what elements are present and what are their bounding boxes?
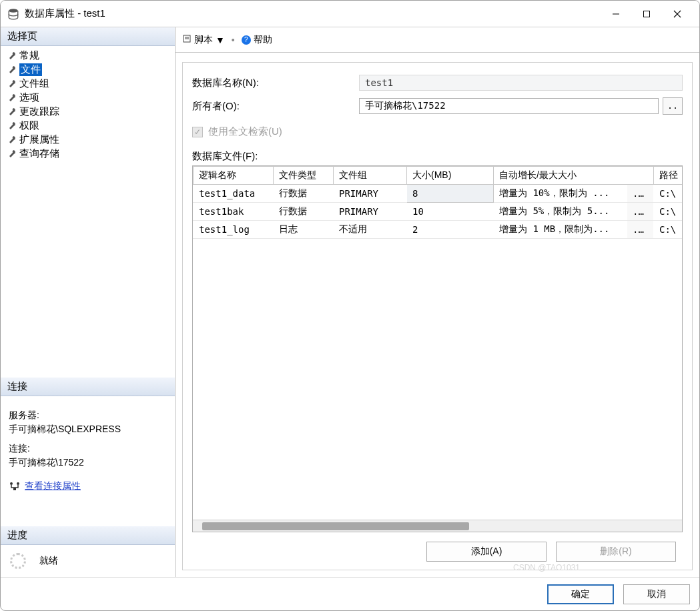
cell-autogrowth[interactable]: 增量为 1 MB，限制为... — [494, 221, 627, 239]
toolbar: 脚本 ▼ • ? 帮助 — [176, 27, 699, 53]
nav-item-filegroups[interactable]: 文件组 — [5, 77, 171, 91]
nav-label: 常规 — [19, 49, 39, 62]
database-icon — [7, 8, 19, 20]
nav-label: 文件 — [19, 63, 42, 76]
cell-filegroup[interactable]: PRIMARY — [334, 185, 407, 203]
form-area: 数据库名称(N): test1 所有者(O): .. ✓ 使用全文检索(U) 数… — [182, 62, 693, 570]
table-row[interactable]: test1bak 行数据 PRIMARY 10 增量为 5%，限制为 5... … — [194, 203, 683, 221]
col-size[interactable]: 大小(MB) — [407, 167, 494, 185]
nav-label: 选项 — [19, 91, 39, 104]
scrollbar-thumb[interactable] — [202, 522, 469, 530]
fulltext-label: 使用全文检索(U) — [208, 125, 282, 138]
watermark: CSDN @TAO1031 — [513, 563, 580, 572]
col-filegroup[interactable]: 文件组 — [334, 167, 407, 185]
help-icon: ? — [242, 35, 251, 45]
autogrowth-edit-button[interactable]: ... — [627, 185, 654, 203]
col-autogrowth[interactable]: 自动增长/最大大小 — [494, 167, 654, 185]
cell-file-type[interactable]: 日志 — [274, 221, 334, 239]
connection-body: 服务器: 手可摘棉花\SQLEXPRESS 连接: 手可摘棉花\17522 查看… — [1, 396, 175, 500]
cell-size[interactable]: 2 — [407, 221, 494, 239]
col-file-type[interactable]: 文件类型 — [274, 167, 334, 185]
cell-path[interactable]: C:\ — [654, 185, 682, 203]
conn-label: 连接: — [9, 442, 167, 456]
wrench-icon — [7, 65, 17, 75]
cell-filegroup[interactable]: 不适用 — [334, 221, 407, 239]
add-button[interactable]: 添加(A) — [426, 542, 547, 562]
cell-file-type[interactable]: 行数据 — [274, 185, 334, 203]
table-row[interactable]: test1_log 日志 不适用 2 增量为 1 MB，限制为... ... C… — [194, 221, 683, 239]
minimize-button[interactable] — [601, 3, 631, 25]
nav-label: 文件组 — [19, 77, 49, 90]
fulltext-row: ✓ 使用全文检索(U) — [192, 125, 683, 138]
db-name-value: test1 — [359, 75, 683, 91]
window-title: 数据库属性 - test1 — [25, 7, 601, 20]
server-label: 服务器: — [9, 408, 167, 422]
progress-body: 就绪 — [1, 545, 175, 577]
nav-item-changetracking[interactable]: 更改跟踪 — [5, 105, 171, 119]
maximize-button[interactable] — [631, 3, 662, 25]
nav-label: 扩展属性 — [19, 133, 59, 146]
ok-button[interactable]: 确定 — [547, 584, 614, 604]
cell-path[interactable]: C:\ — [654, 203, 682, 221]
sidebar-gap — [1, 500, 175, 526]
db-name-label: 数据库名称(N): — [192, 77, 359, 89]
grid-scroll[interactable]: 逻辑名称 文件类型 文件组 大小(MB) 自动增长/最大大小 路径 — [193, 166, 682, 520]
sidebar: 选择页 常规 文件 文件组 选项 — [1, 27, 176, 577]
wrench-icon — [7, 93, 17, 103]
main-area: 选择页 常规 文件 文件组 选项 — [1, 27, 699, 577]
view-connection-link[interactable]: 查看连接属性 — [25, 479, 81, 493]
help-button[interactable]: ? 帮助 — [242, 34, 272, 46]
svg-rect-7 — [13, 488, 16, 490]
cell-size[interactable]: 10 — [407, 203, 494, 221]
autogrowth-edit-button[interactable]: ... — [627, 221, 654, 239]
nav-item-files[interactable]: 文件 — [5, 63, 171, 77]
wrench-icon — [7, 107, 17, 117]
sidebar-spacer — [1, 163, 175, 378]
col-path[interactable]: 路径 — [654, 167, 682, 185]
cell-logical-name[interactable]: test1_data — [194, 185, 274, 203]
owner-label: 所有者(O): — [192, 100, 359, 113]
wrench-icon — [7, 149, 17, 159]
nav-item-general[interactable]: 常规 — [5, 49, 171, 63]
cell-autogrowth[interactable]: 增量为 10%，限制为 ... — [494, 185, 627, 203]
nav-item-options[interactable]: 选项 — [5, 91, 171, 105]
cell-autogrowth[interactable]: 增量为 5%，限制为 5... — [494, 203, 627, 221]
svg-rect-2 — [644, 11, 650, 17]
owner-browse-button[interactable]: .. — [663, 97, 683, 115]
files-grid: 逻辑名称 文件类型 文件组 大小(MB) 自动增长/最大大小 路径 — [192, 165, 683, 532]
cell-logical-name[interactable]: test1bak — [194, 203, 274, 221]
toolbar-separator: • — [232, 35, 235, 45]
cell-size[interactable]: 8 — [407, 185, 494, 203]
content: 脚本 ▼ • ? 帮助 数据库名称(N): test1 所有者(O): .. — [176, 27, 699, 577]
owner-input[interactable] — [359, 98, 659, 114]
script-dropdown[interactable]: 脚本 ▼ — [182, 34, 225, 46]
close-button[interactable] — [662, 3, 693, 25]
col-logical-name[interactable]: 逻辑名称 — [194, 167, 274, 185]
connection-header: 连接 — [1, 378, 175, 396]
cell-filegroup[interactable]: PRIMARY — [334, 203, 407, 221]
script-icon — [182, 34, 192, 45]
nav-item-permissions[interactable]: 权限 — [5, 119, 171, 133]
help-label: 帮助 — [254, 34, 272, 46]
nav-label: 更改跟踪 — [19, 105, 59, 118]
network-icon — [9, 482, 21, 491]
owner-row: 所有者(O): .. — [192, 97, 683, 115]
nav-item-querystore[interactable]: 查询存储 — [5, 147, 171, 161]
script-label: 脚本 — [194, 34, 213, 46]
autogrowth-edit-button[interactable]: ... — [627, 203, 654, 221]
titlebar: 数据库属性 - test1 — [1, 1, 699, 27]
nav-item-extended[interactable]: 扩展属性 — [5, 133, 171, 147]
cell-file-type[interactable]: 行数据 — [274, 203, 334, 221]
nav-label: 查询存储 — [19, 147, 59, 160]
cell-path[interactable]: C:\ — [654, 221, 682, 239]
grid-header-row: 逻辑名称 文件类型 文件组 大小(MB) 自动增长/最大大小 路径 — [194, 167, 683, 185]
nav-label: 权限 — [19, 119, 39, 132]
cancel-button[interactable]: 取消 — [623, 584, 690, 604]
horizontal-scrollbar[interactable] — [193, 520, 682, 532]
cell-logical-name[interactable]: test1_log — [194, 221, 274, 239]
table-row[interactable]: test1_data 行数据 PRIMARY 8 增量为 10%，限制为 ...… — [194, 185, 683, 203]
wrench-icon — [7, 121, 17, 131]
server-value: 手可摘棉花\SQLEXPRESS — [9, 422, 167, 436]
grid-table: 逻辑名称 文件类型 文件组 大小(MB) 自动增长/最大大小 路径 — [193, 166, 682, 239]
wrench-icon — [7, 51, 17, 61]
